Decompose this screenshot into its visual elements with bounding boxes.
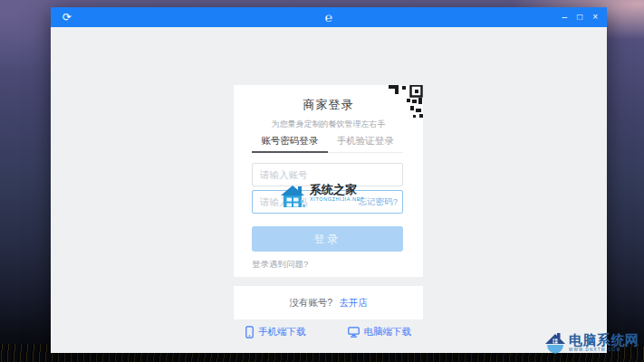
dnxitong-watermark: 电脑系统网 WWW.DNXTW.COM — [544, 332, 639, 357]
active-tab-underline — [252, 151, 328, 153]
dnxitong-house-icon — [544, 332, 566, 357]
close-button[interactable]: × — [592, 13, 598, 22]
tab-account-password-login[interactable]: 账号密码登录 — [252, 135, 328, 157]
minimize-button[interactable]: – — [562, 13, 568, 22]
no-account-text: 没有账号? — [289, 297, 332, 310]
window-controls: – □ × — [562, 7, 598, 27]
monitor-icon — [348, 327, 360, 338]
mobile-download-label: 手机端下载 — [258, 326, 306, 338]
login-title: 商家登录 — [234, 97, 423, 113]
forgot-password-link[interactable]: 忘记密码? — [359, 196, 398, 208]
login-subtitle: 为您量身定制的餐饮管理左右手 — [234, 119, 423, 130]
account-input[interactable] — [252, 163, 403, 186]
login-button[interactable]: 登录 — [252, 226, 403, 252]
download-links: 手机端下载 电脑端下载 — [234, 326, 423, 338]
dnxitong-watermark-title: 电脑系统网 — [569, 332, 639, 348]
login-trouble-link[interactable]: 登录遇到问题? — [252, 259, 308, 271]
window-content: 商家登录 为您量身定制的餐饮管理左右手 账号密码登录 手机验证登录 忘记密码? — [51, 27, 607, 353]
password-field: 忘记密码? — [252, 190, 403, 214]
open-store-link[interactable]: 去开店 — [339, 297, 368, 310]
login-tabs: 账号密码登录 手机验证登录 — [252, 135, 403, 157]
phone-icon — [245, 326, 254, 338]
signup-strip: 没有账号? 去开店 — [234, 286, 423, 319]
maximize-button[interactable]: □ — [577, 13, 582, 22]
titlebar[interactable]: ⟳ ℮ – □ × — [51, 7, 607, 27]
refresh-icon[interactable]: ⟳ — [62, 7, 72, 27]
login-card: 商家登录 为您量身定制的餐饮管理左右手 账号密码登录 手机验证登录 忘记密码? — [234, 85, 423, 277]
app-window: ⟳ ℮ – □ × — [51, 7, 607, 353]
password-input[interactable] — [253, 191, 356, 213]
dnxitong-watermark-url: WWW.DNXTW.COM — [569, 348, 639, 352]
desktop-download-label: 电脑端下载 — [364, 326, 412, 338]
desktop-download-link[interactable]: 电脑端下载 — [348, 326, 412, 338]
mobile-download-link[interactable]: 手机端下载 — [245, 326, 306, 338]
tab-phone-verify-login[interactable]: 手机验证登录 — [328, 135, 404, 157]
app-logo-icon: ℮ — [325, 7, 332, 27]
